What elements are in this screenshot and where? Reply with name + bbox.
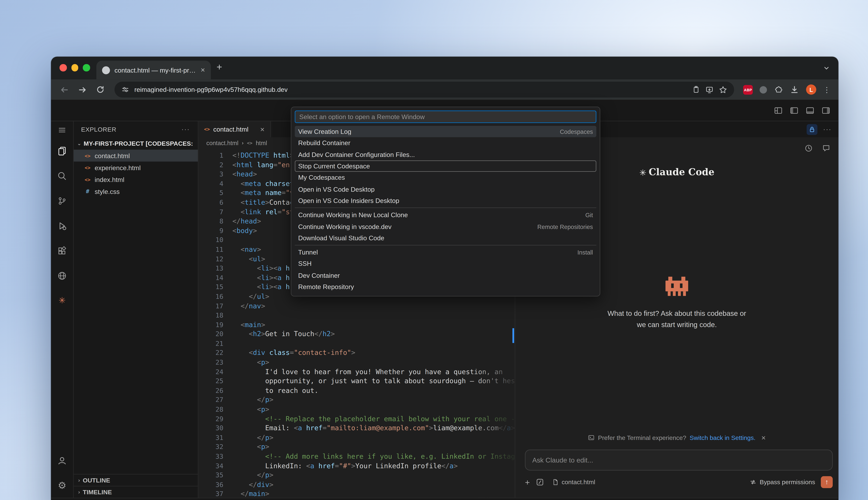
browser-tab[interactable]: contact.html — my-first-proje ✕ (96, 60, 211, 79)
site-settings-icon[interactable] (121, 86, 129, 93)
code-line[interactable]: 27 </p> (198, 395, 515, 405)
code-line[interactable]: 30 Email: <a href="mailto:liam@example.c… (198, 424, 515, 433)
code-line[interactable]: 19 <main> (198, 320, 515, 330)
search-icon[interactable] (51, 163, 73, 188)
quickpick-item[interactable]: My Codespaces (295, 172, 596, 183)
context-file-chip[interactable]: contact.html (552, 478, 595, 486)
code-line[interactable]: 37 </main> (198, 489, 515, 498)
breadcrumb-symbol[interactable]: html (256, 139, 267, 146)
quickpick-item[interactable]: TunnelInstall (295, 247, 596, 258)
menu-hamburger-icon[interactable] (51, 121, 73, 138)
terminal-mode-toggle-icon[interactable] (536, 478, 544, 486)
install-app-icon[interactable] (705, 85, 714, 94)
new-tab-button[interactable]: + (216, 62, 222, 73)
quickpick-input[interactable] (299, 113, 592, 120)
adblock-extension-icon[interactable]: ABP (743, 85, 753, 94)
run-debug-icon[interactable] (51, 213, 73, 238)
editor-tab-close-icon[interactable]: ✕ (260, 126, 265, 133)
code-line[interactable]: 21 (198, 339, 515, 348)
claude-prompt-input[interactable] (532, 456, 825, 464)
quickpick-item[interactable]: Remote Repository (295, 281, 596, 293)
notice-close-icon[interactable]: ✕ (761, 434, 766, 441)
close-window-button[interactable] (59, 64, 67, 71)
zoom-window-button[interactable] (83, 64, 90, 71)
code-line[interactable]: 24 I'd love to hear from you! Whether yo… (198, 367, 515, 377)
attach-plus-icon[interactable]: + (525, 478, 530, 486)
code-line[interactable]: 34 LinkedIn: <a href="#">Your LinkedIn p… (198, 461, 515, 471)
switch-back-settings-link[interactable]: Switch back in Settings. (690, 434, 755, 441)
quickpick-item[interactable]: Open in VS Code Insiders Desktop (295, 195, 596, 206)
explorer-icon[interactable] (51, 138, 73, 163)
claude-extension-icon[interactable]: ✳ (51, 288, 73, 313)
quickpick-item[interactable]: Continue Working in New Local CloneGit (295, 209, 596, 221)
panel-actions-kebab-icon[interactable]: ··· (823, 125, 832, 133)
quickpick-item[interactable]: View Creation LogCodespaces (295, 126, 596, 137)
code-line[interactable]: 17 </nav> (198, 302, 515, 311)
quickpick-input-box[interactable] (295, 111, 596, 123)
history-clock-icon[interactable] (804, 144, 813, 152)
quickpick-item[interactable]: SSH (295, 258, 596, 270)
toggle-panel-icon[interactable] (806, 106, 814, 115)
quickpick-item[interactable]: Stop Current Codespace (295, 160, 596, 172)
code-line[interactable]: 31 </p> (198, 433, 515, 442)
outline-section[interactable]: › OUTLINE (73, 474, 198, 486)
new-chat-comment-icon[interactable] (822, 144, 831, 152)
file-row-experience.html[interactable]: <>experience.html (73, 162, 198, 174)
accounts-icon[interactable] (51, 448, 73, 473)
toggle-secondary-sidebar-icon[interactable] (821, 106, 830, 115)
code-line[interactable]: 36 </div> (198, 480, 515, 489)
toggle-sidebar-icon[interactable] (790, 106, 799, 115)
code-line[interactable]: 22 <div class="contact-info"> (198, 348, 515, 357)
lock-icon[interactable] (807, 124, 818, 135)
quickpick-item[interactable]: Dev Container (295, 270, 596, 281)
project-root-row[interactable]: ⌄ MY-FIRST-PROJECT [CODESPACES: ... (73, 137, 198, 150)
timeline-section[interactable]: › TIMELINE (73, 486, 198, 498)
quickpick-item[interactable]: Download Visual Studio Code (295, 232, 596, 244)
remote-explorer-globe-icon[interactable] (51, 263, 73, 288)
code-line[interactable]: 35 </p> (198, 471, 515, 480)
reload-icon[interactable] (93, 82, 108, 97)
code-line[interactable]: 33 <!-- Add more links here if you like,… (198, 452, 515, 461)
back-icon[interactable] (57, 82, 71, 97)
code-line[interactable]: 25 opportunity, or just want to talk abo… (198, 377, 515, 386)
address-bar[interactable]: reimagined-invention-pg9p6wp4v57h6qqq.gi… (115, 82, 734, 98)
forward-icon[interactable] (75, 82, 90, 97)
file-row-contact.html[interactable]: <>contact.html (73, 150, 198, 162)
code-line[interactable]: 29 <!-- Replace the placeholder email be… (198, 414, 515, 424)
tab-search-chevron-icon[interactable] (823, 64, 831, 72)
code-line[interactable]: 26 to reach out. (198, 386, 515, 395)
claude-prompt-box[interactable] (525, 450, 833, 470)
code-line[interactable]: 32 <p> (198, 442, 515, 452)
minimize-window-button[interactable] (71, 64, 78, 71)
copy-link-icon[interactable] (692, 86, 700, 93)
profile-avatar[interactable]: L (806, 84, 816, 95)
empty-state-line2: we can start writing code. (515, 319, 838, 331)
breadcrumb-file[interactable]: contact.html (206, 139, 239, 146)
explorer-actions-kebab-icon[interactable]: ··· (181, 125, 190, 133)
send-button[interactable]: ↑ (821, 476, 833, 488)
source-control-icon[interactable] (51, 188, 73, 213)
editor-tab-contact-html[interactable]: <> contact.html ✕ (198, 121, 271, 137)
code-line[interactable]: 18 (198, 311, 515, 320)
quickpick-item[interactable]: Continue Working in vscode.devRemote Rep… (295, 221, 596, 232)
tab-close-icon[interactable]: ✕ (201, 67, 205, 73)
line-text: </nav> (224, 302, 265, 311)
quickpick-item[interactable]: Rebuild Container (295, 137, 596, 149)
downloads-icon[interactable] (790, 85, 799, 94)
code-line[interactable]: 28 <p> (198, 405, 515, 414)
customize-layout-icon[interactable] (774, 106, 783, 115)
browser-menu-kebab-icon[interactable]: ⋮ (823, 85, 830, 94)
extensions-puzzle-icon[interactable] (774, 85, 783, 94)
code-line[interactable]: 20 <h2>Get in Touch</h2> (198, 330, 515, 339)
settings-gear-icon[interactable]: ⚙ (51, 473, 73, 498)
quickpick-item[interactable]: Open in VS Code Desktop (295, 183, 596, 195)
bypass-permissions-toggle[interactable]: Bypass permissions (750, 478, 815, 486)
code-line[interactable]: 23 <p> (198, 358, 515, 367)
extension-dot-icon[interactable] (760, 86, 767, 93)
bookmark-star-icon[interactable] (719, 85, 727, 94)
quickpick-item[interactable]: Add Dev Container Configuration Files... (295, 149, 596, 160)
file-row-style.css[interactable]: #style.css (73, 185, 198, 197)
file-row-index.html[interactable]: <>index.html (73, 173, 198, 185)
url-text[interactable]: reimagined-invention-pg9p6wp4v57h6qqq.gi… (134, 86, 288, 93)
extensions-icon[interactable] (51, 238, 73, 263)
